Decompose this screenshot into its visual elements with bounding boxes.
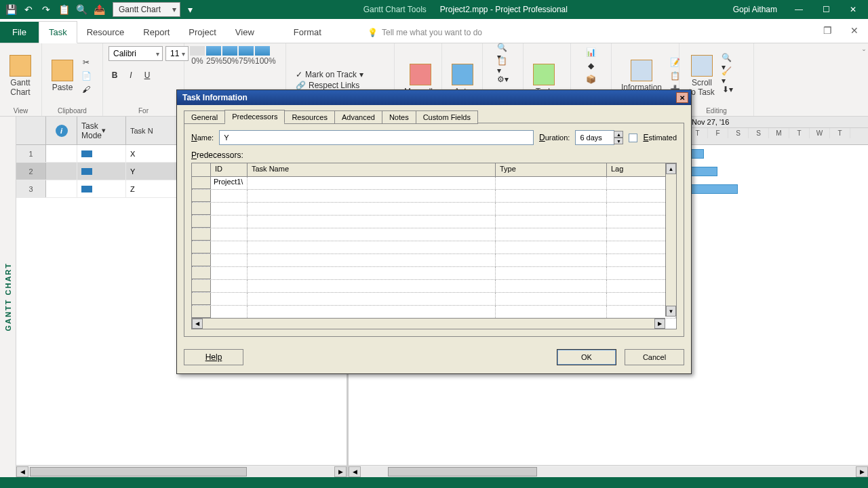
table-row[interactable] <box>192 306 676 319</box>
fill-icon[interactable]: ⬇▾ <box>722 83 734 96</box>
row-number[interactable]: 3 <box>16 180 46 197</box>
duration-input[interactable] <box>575 130 614 145</box>
paste-button[interactable]: Paste <box>47 58 77 94</box>
row-header-col[interactable] <box>192 163 211 176</box>
indicators-col[interactable]: i <box>46 117 77 144</box>
scroll-right-icon[interactable]: ▶ <box>654 319 665 329</box>
scroll-left-icon[interactable]: ◀ <box>16 466 28 477</box>
cut-icon[interactable]: ✂ <box>80 56 92 68</box>
qat-icon[interactable]: 🔍 <box>73 1 90 18</box>
redo-icon[interactable]: ↷ <box>38 1 54 18</box>
name-input[interactable] <box>219 130 534 145</box>
tab-view[interactable]: View <box>226 22 264 43</box>
table-row[interactable]: Project1\ <box>192 177 676 190</box>
save-icon[interactable]: 💾 <box>3 1 19 18</box>
information-button[interactable]: Information <box>617 58 666 94</box>
tab-project[interactable]: Project <box>179 22 225 43</box>
pct-50-button[interactable]: 50% <box>222 46 237 66</box>
minimize-icon[interactable]: — <box>787 0 811 19</box>
table-row[interactable] <box>192 190 676 203</box>
milestone-icon[interactable]: ◆ <box>585 60 597 72</box>
task-name-col[interactable]: Task Name <box>248 163 496 176</box>
pct-100-button[interactable]: 100% <box>255 46 270 66</box>
tell-me-search[interactable]: 💡Tell me what you want to do <box>358 22 492 43</box>
tab-custom-fields[interactable]: Custom Fields <box>416 110 478 124</box>
type-cell[interactable] <box>496 177 607 189</box>
tab-task[interactable]: Task <box>39 21 77 43</box>
ok-button[interactable]: OK <box>557 349 616 365</box>
close-icon[interactable]: ✕ <box>841 0 865 19</box>
help-button[interactable]: Help <box>184 349 243 365</box>
font-size-select[interactable]: 11 <box>165 46 189 61</box>
task-mode-cell[interactable] <box>77 180 126 197</box>
tab-advanced[interactable]: Advanced <box>334 110 382 124</box>
cancel-button[interactable]: Cancel <box>625 349 684 365</box>
table-row[interactable] <box>192 293 676 306</box>
tab-format[interactable]: Format <box>284 22 331 43</box>
day-col[interactable]: S <box>749 128 769 138</box>
scroll-right-icon[interactable]: ▶ <box>334 466 347 477</box>
move-icon[interactable]: 📋▾ <box>497 60 509 72</box>
row-header-cell[interactable] <box>192 177 211 189</box>
gantt-bar[interactable] <box>688 184 738 194</box>
scrollbar-thumb[interactable] <box>30 467 247 476</box>
tab-notes[interactable]: Notes <box>382 110 416 124</box>
day-col[interactable]: T <box>830 128 850 138</box>
scroll-down-icon[interactable]: ▼ <box>666 306 676 317</box>
table-row[interactable] <box>192 216 676 228</box>
ribbon-close-icon[interactable]: ✕ <box>841 18 868 43</box>
view-side-tab[interactable]: GANTT CHART <box>0 117 16 477</box>
maximize-icon[interactable]: ☐ <box>814 0 838 19</box>
tab-general[interactable]: General <box>184 110 225 124</box>
table-row[interactable] <box>192 241 676 254</box>
gantt-chart-button[interactable]: Gantt Chart <box>5 54 35 99</box>
scroll-left-icon[interactable]: ◀ <box>349 466 361 477</box>
spin-down-icon[interactable]: ▼ <box>614 138 623 144</box>
task-mode-cell[interactable] <box>77 163 126 180</box>
indicator-cell[interactable] <box>46 163 77 180</box>
spin-up-icon[interactable]: ▲ <box>614 131 623 138</box>
tab-report[interactable]: Report <box>134 22 179 43</box>
tab-resources[interactable]: Resources <box>284 110 335 124</box>
indicator-cell[interactable] <box>46 180 77 197</box>
qat-icon[interactable]: 📋 <box>56 1 72 18</box>
user-name[interactable]: Gopi Aitham <box>733 5 777 14</box>
horizontal-scrollbar[interactable]: ◀ ▶ <box>192 318 665 329</box>
tab-resource[interactable]: Resource <box>77 22 134 43</box>
respect-links-button[interactable]: 🔗Respect Links <box>296 81 363 90</box>
estimated-checkbox[interactable] <box>629 134 637 142</box>
scrollbar-track[interactable] <box>28 466 334 477</box>
table-row[interactable] <box>192 203 676 216</box>
id-cell[interactable]: Project1\ <box>211 177 248 189</box>
day-col[interactable]: T <box>789 128 810 138</box>
pct-25-button[interactable]: 25% <box>206 46 221 66</box>
font-name-select[interactable]: Calibri <box>108 46 163 61</box>
scroll-up-icon[interactable]: ▲ <box>666 163 676 174</box>
type-col[interactable]: Type <box>496 163 607 176</box>
underline-button[interactable]: U <box>141 69 153 81</box>
scrollbar-track[interactable] <box>361 466 856 477</box>
view-selector[interactable]: Gantt Chart <box>113 2 180 17</box>
italic-button[interactable]: I <box>125 69 137 81</box>
format-painter-icon[interactable]: 🖌 <box>80 83 92 96</box>
copy-icon[interactable]: 📄 <box>80 70 92 82</box>
scroll-right-icon[interactable]: ▶ <box>856 466 868 477</box>
qat-icon[interactable]: 📤 <box>91 1 107 18</box>
table-row[interactable] <box>192 267 676 280</box>
day-col[interactable]: M <box>769 128 789 138</box>
clear-icon[interactable]: 🧹▾ <box>722 70 734 82</box>
vertical-scrollbar[interactable]: ▲ ▼ <box>665 163 676 317</box>
indicator-cell[interactable] <box>46 145 77 162</box>
table-row[interactable] <box>192 254 676 267</box>
mode-icon[interactable]: ⚙▾ <box>497 73 509 85</box>
task-mode-col[interactable]: Task Mode ▾ <box>77 117 126 144</box>
table-row[interactable] <box>192 228 676 241</box>
mark-on-track-button[interactable]: ✓Mark on Track ▾ <box>296 70 363 79</box>
day-col[interactable]: S <box>728 128 749 138</box>
pct-75-button[interactable]: 75% <box>239 46 254 66</box>
scrollbar-thumb[interactable] <box>388 467 537 476</box>
ribbon-collapse-icon[interactable]: ˇ <box>863 49 865 58</box>
gantt-bar[interactable] <box>688 167 717 176</box>
summary-icon[interactable]: 📊 <box>585 46 597 58</box>
id-col[interactable]: ID <box>211 163 248 176</box>
